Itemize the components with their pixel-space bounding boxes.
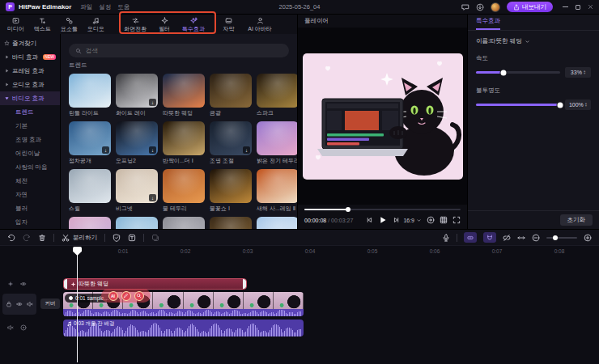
mute-icon[interactable] [27, 301, 33, 307]
effect-item-12[interactable]: 불 테두리 [163, 169, 205, 213]
stepper-icon[interactable]: ▴▾ [585, 103, 587, 107]
effect-thumbnail[interactable] [257, 217, 297, 229]
previous-frame-button[interactable] [366, 217, 372, 223]
category-item-3[interactable]: 오디오 효과 [0, 78, 60, 91]
effect-thumbnail[interactable] [163, 217, 205, 229]
menu-file[interactable]: 파일 [80, 3, 92, 11]
effect-thumbnail[interactable] [210, 74, 252, 108]
effect-item-partial-3[interactable] [210, 217, 252, 229]
effect-thumbnail[interactable]: ↓ [210, 121, 252, 155]
grid-icon[interactable] [440, 216, 448, 224]
search-bar[interactable] [69, 44, 289, 57]
effect-item-11[interactable]: ↓비그넷 [116, 169, 158, 213]
effect-item-13[interactable]: 불꽃쇼 Ⅰ [210, 169, 252, 213]
effect-thumbnail[interactable] [163, 169, 205, 203]
effect-thumbnail[interactable]: ↓ [69, 121, 111, 155]
zoom-slider-handle[interactable] [553, 235, 558, 240]
effect-item-partial-0[interactable] [69, 217, 111, 229]
effect-thumbnail[interactable] [163, 74, 205, 108]
track-option-icon[interactable] [20, 324, 27, 331]
effect-item-10[interactable]: 스윌 [69, 169, 111, 213]
subcategory-item-8[interactable]: 입자 [0, 215, 60, 229]
seek-handle[interactable] [346, 207, 350, 212]
effect-thumbnail[interactable] [257, 169, 297, 203]
effect-item-5[interactable]: ↓점차공개 [69, 121, 111, 165]
effect-thumbnail[interactable] [163, 121, 205, 155]
playhead-line[interactable] [77, 247, 78, 362]
edit-tool-button[interactable] [121, 291, 131, 301]
effect-item-14[interactable]: 새해 사...레임 Ⅱ [257, 169, 297, 213]
category-item-4[interactable]: 비디오 효과 [0, 91, 60, 105]
shield-icon[interactable] [113, 234, 121, 242]
unlink-icon[interactable] [503, 234, 511, 242]
ai-tool-button[interactable]: AI [108, 291, 118, 301]
fullscreen-icon[interactable] [452, 216, 461, 224]
effect-item-0[interactable]: 틴들 라이트 [69, 74, 111, 117]
fit-timeline-icon[interactable] [517, 234, 525, 242]
voiceover-mic-icon[interactable] [442, 234, 450, 242]
maximize-icon[interactable] [576, 5, 580, 10]
subcategory-item-3[interactable]: 어린이날 [0, 146, 60, 160]
search-tool-button[interactable] [134, 291, 144, 301]
tab-transition[interactable]: 화면전환 [121, 17, 150, 32]
effect-item-2[interactable]: 따뜻한 웨딩 [163, 74, 205, 117]
magnet-snap-button[interactable] [483, 232, 496, 243]
effect-item-1[interactable]: ↓화이트 레이 [116, 74, 158, 117]
eye-icon[interactable] [20, 281, 27, 287]
eye-icon[interactable] [16, 301, 23, 307]
effect-item-7[interactable]: 반짝이...더 Ⅰ [163, 121, 205, 165]
zoom-out-icon[interactable] [532, 234, 540, 242]
menu-settings[interactable]: 설정 [99, 3, 111, 11]
feedback-icon[interactable] [461, 3, 469, 11]
minimize-icon[interactable] [563, 6, 568, 7]
tab-text[interactable]: 텍스트 [29, 17, 56, 32]
subcategory-item-6[interactable]: 자연 [0, 188, 60, 201]
tab-audio[interactable]: 오디오 [83, 17, 109, 32]
next-frame-button[interactable] [393, 217, 400, 223]
subcategory-item-5[interactable]: 체전 [0, 174, 60, 188]
effect-thumbnail[interactable] [210, 169, 252, 203]
speed-slider[interactable] [476, 71, 560, 74]
effect-item-partial-4[interactable] [257, 217, 297, 229]
speed-slider-handle[interactable] [501, 70, 507, 75]
inspector-tab-effects[interactable]: 특수효과 [476, 17, 500, 30]
effect-thumbnail[interactable] [257, 121, 297, 155]
timeline-zoom-slider[interactable] [546, 237, 577, 239]
menu-help[interactable]: 도움 [117, 3, 130, 11]
redo-icon[interactable] [23, 234, 31, 242]
subcategory-item-0[interactable]: 트렌드 [0, 105, 60, 119]
color-icon[interactable] [427, 216, 435, 224]
zoom-in-icon[interactable] [584, 234, 592, 242]
tab-media[interactable]: 미디어 [2, 17, 29, 32]
stepper-icon[interactable]: ▴▾ [584, 70, 585, 74]
split-button[interactable]: 분리하기 [62, 234, 97, 242]
effect-item-9[interactable]: 밝은 전기 테두리 [257, 121, 297, 165]
subcategory-item-7[interactable]: 블러 [0, 201, 60, 215]
reset-button[interactable]: 초기화 [560, 214, 593, 226]
opacity-slider[interactable] [476, 104, 560, 106]
copy-icon[interactable] [151, 234, 159, 242]
effect-thumbnail[interactable] [257, 74, 297, 108]
cover-button[interactable]: 커버 [40, 298, 60, 309]
category-item-0[interactable]: 즐겨찾기 [0, 36, 60, 50]
effect-thumbnail[interactable] [69, 74, 111, 108]
subcategory-item-2[interactable]: 조명 효과 [0, 133, 60, 146]
play-button[interactable] [379, 216, 387, 224]
search-input[interactable] [86, 47, 283, 54]
export-button[interactable]: 내보내기 [507, 2, 553, 12]
effect-item-3[interactable]: 금광 [210, 74, 252, 117]
tab-ai-avatar[interactable]: AI 아바타 [242, 17, 278, 32]
effect-thumbnail[interactable] [69, 169, 111, 203]
speed-value-box[interactable]: 33% ▴▾ [565, 67, 591, 78]
effect-item-4[interactable]: 스파크 [257, 74, 297, 117]
effect-thumbnail[interactable] [69, 217, 111, 229]
timeline-ruler[interactable]: 0:010:020:030:040:050:060:070:08 [0, 246, 599, 257]
category-item-2[interactable]: 프레임 효과 [0, 64, 60, 78]
subcategory-item-1[interactable]: 기본 [0, 119, 60, 133]
audio-clip[interactable]: 0:03 개울 잔 배경 [63, 320, 304, 336]
effect-item-partial-2[interactable] [163, 217, 205, 229]
undo-icon[interactable] [7, 234, 15, 242]
tab-elements[interactable]: 요소들 [56, 17, 83, 32]
lock-icon[interactable] [6, 301, 12, 307]
effect-item-8[interactable]: ↓조명 조절 [210, 121, 252, 165]
